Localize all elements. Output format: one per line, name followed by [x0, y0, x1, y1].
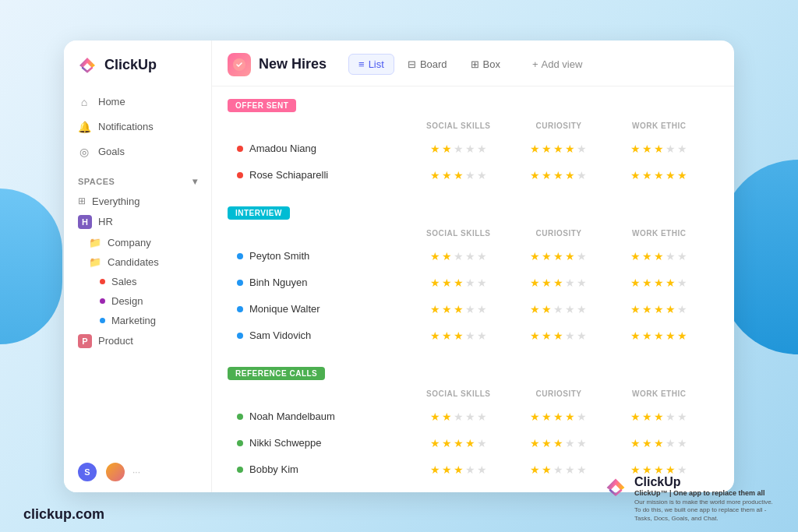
star-filled: ★	[430, 463, 440, 476]
star-empty: ★	[454, 143, 464, 155]
section-badge: OFFER SENT	[228, 99, 296, 112]
star-empty: ★	[454, 410, 464, 423]
star-filled: ★	[454, 463, 464, 476]
work-ethic-stars: ★★★★★	[609, 169, 709, 181]
star-filled: ★	[442, 329, 452, 342]
sidebar-item-marketing[interactable]: Marketing	[70, 311, 205, 330]
star-empty: ★	[465, 143, 475, 155]
work-ethic-stars: ★★★★★	[609, 143, 709, 155]
star-empty: ★	[565, 463, 575, 476]
star-filled: ★	[442, 250, 452, 262]
star-filled: ★	[630, 277, 641, 289]
star-filled: ★	[442, 490, 452, 492]
bell-icon: 🔔	[78, 121, 90, 133]
curiosity-stars: ★★★★★	[509, 250, 609, 262]
add-view-button[interactable]: + Add view	[523, 55, 591, 74]
star-filled: ★	[530, 250, 540, 262]
table-row[interactable]: Binh Nguyen ★★★★★ ★★★★★ ★★★★★	[228, 270, 719, 295]
star-filled: ★	[630, 169, 641, 181]
grid-icon: ⊞	[78, 196, 86, 206]
star-filled: ★	[530, 490, 540, 492]
star-filled: ★	[442, 143, 452, 155]
star-filled: ★	[666, 303, 676, 315]
star-empty: ★	[677, 303, 687, 315]
sidebar-item-label: Notifications	[98, 121, 154, 132]
star-empty: ★	[677, 410, 687, 423]
table-row[interactable]: Peyton Smith ★★★★★ ★★★★★ ★★★★★	[228, 244, 719, 269]
sidebar-item-candidates[interactable]: 📁 Candidates	[70, 252, 205, 272]
star-filled: ★	[553, 250, 563, 262]
candidate-name: Noah Mandelbaum	[237, 410, 408, 422]
sidebar-item-goals[interactable]: ◎ Goals	[70, 140, 205, 164]
star-filled: ★	[442, 303, 452, 315]
star-filled: ★	[666, 277, 676, 289]
star-empty: ★	[454, 250, 464, 262]
star-empty: ★	[677, 437, 687, 449]
star-filled: ★	[642, 277, 652, 289]
bottom-right-brand: ClickUp ClickUp™ | One app to replace th…	[603, 475, 775, 523]
star-filled: ★	[553, 143, 563, 155]
star-filled: ★	[530, 329, 540, 342]
box-icon: ⊞	[471, 58, 479, 70]
candidate-name: Bobby Kim	[237, 463, 408, 475]
work-ethic-stars: ★★★★★	[609, 303, 709, 315]
star-filled: ★	[430, 410, 440, 423]
star-filled: ★	[630, 143, 641, 155]
sidebar-item-notifications[interactable]: 🔔 Notifications	[70, 115, 205, 139]
candidate-name-text: Rose Schiaparelli	[249, 169, 328, 181]
work-ethic-stars: ★★★★★	[609, 437, 709, 449]
sidebar-item-everything[interactable]: ⊞ Everything	[70, 192, 205, 211]
status-dot	[237, 333, 243, 339]
curiosity-stars: ★★★★★	[509, 277, 609, 289]
sidebar-item-label: Goals	[98, 146, 125, 157]
curiosity-stars: ★★★★★	[509, 490, 609, 492]
star-empty: ★	[577, 463, 587, 476]
candidate-name: Nikki Schweppe	[237, 437, 408, 449]
col-header-1: SOCIAL SKILLS	[408, 389, 509, 398]
goals-icon: ◎	[78, 146, 90, 158]
star-filled: ★	[442, 169, 452, 181]
page-title-group: New Hires	[228, 53, 327, 76]
tab-board[interactable]: ⊟ Board	[397, 54, 457, 75]
star-filled: ★	[677, 329, 687, 342]
star-filled: ★	[442, 410, 452, 423]
table-row[interactable]: Noah Mandelbaum ★★★★★ ★★★★★ ★★★★★	[228, 404, 719, 429]
sidebar-item-home[interactable]: ⌂ Home	[70, 90, 205, 114]
star-empty: ★	[465, 169, 475, 181]
star-filled: ★	[442, 463, 452, 476]
star-filled: ★	[666, 329, 676, 342]
table-row[interactable]: Rose Schiaparelli ★★★★★ ★★★★★ ★★★★★	[228, 163, 719, 188]
star-empty: ★	[465, 250, 475, 262]
table-row[interactable]: Sam Vidovich ★★★★★ ★★★★★ ★★★★★	[228, 323, 719, 348]
status-dot	[237, 440, 243, 446]
sidebar-item-sales[interactable]: Sales	[70, 272, 205, 291]
brand-text-block: ClickUp ClickUp™ | One app to replace th…	[634, 475, 775, 523]
work-ethic-stars: ★★★★★	[609, 329, 709, 342]
star-filled: ★	[630, 250, 641, 262]
sidebar-item-company[interactable]: 📁 Company	[70, 233, 205, 252]
star-filled: ★	[430, 250, 440, 262]
star-filled: ★	[442, 277, 452, 289]
star-filled: ★	[454, 277, 464, 289]
sidebar-item-hr[interactable]: H HR	[70, 211, 205, 233]
table-row[interactable]: Nikki Schweppe ★★★★★ ★★★★★ ★★★★★	[228, 431, 719, 456]
social-skills-stars: ★★★★★	[408, 437, 509, 449]
tab-list[interactable]: ≡ List	[348, 54, 394, 75]
star-empty: ★	[565, 490, 575, 492]
star-empty: ★	[577, 303, 587, 315]
candidate-name: Monique Walter	[237, 303, 408, 315]
star-filled: ★	[430, 169, 440, 181]
tab-box[interactable]: ⊞ Box	[461, 54, 510, 75]
star-empty: ★	[465, 463, 475, 476]
sidebar-item-product[interactable]: P Product	[70, 330, 205, 352]
candidate-name-text: Peyton Smith	[249, 250, 309, 262]
star-empty: ★	[677, 463, 687, 476]
folder-icon: 📁	[89, 256, 101, 268]
table-row[interactable]: Monique Walter ★★★★★ ★★★★★ ★★★★★	[228, 297, 719, 322]
hr-badge: H	[78, 215, 92, 229]
star-filled: ★	[630, 410, 641, 423]
star-filled: ★	[642, 303, 652, 315]
sidebar-item-design[interactable]: Design	[70, 291, 205, 311]
star-empty: ★	[565, 303, 575, 315]
table-row[interactable]: Amadou Niang ★★★★★ ★★★★★ ★★★★★	[228, 136, 719, 161]
